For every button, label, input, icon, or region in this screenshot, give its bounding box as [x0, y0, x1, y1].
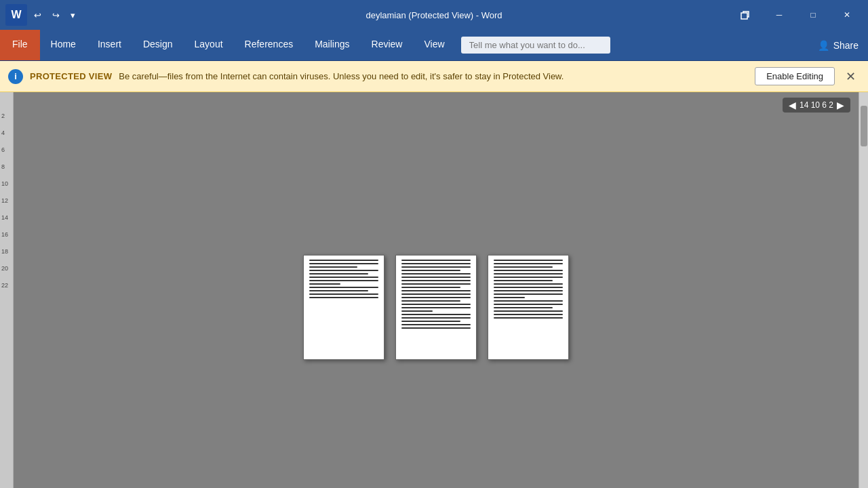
page-line [309, 297, 378, 298]
page-thumbnail-3[interactable] [488, 255, 569, 360]
title-bar: W ↩ ↪ ▾ deylamian (Protected View) - Wor… [0, 0, 868, 30]
page-line [494, 260, 563, 261]
page-1-content [304, 256, 384, 338]
close-protected-bar-button[interactable]: ✕ [842, 68, 860, 85]
page-line [401, 293, 471, 295]
zoom-values: 14 10 6 2 [800, 100, 833, 110]
page-line [494, 300, 563, 302]
zoom-controls: ◀ 14 10 6 2 ▶ [783, 98, 850, 113]
enable-editing-button[interactable]: Enable Editing [755, 67, 835, 85]
page-thumbnail-1[interactable] [303, 255, 384, 360]
page-line [494, 263, 563, 264]
page-line [401, 307, 471, 308]
page-line [309, 287, 378, 288]
page-line [494, 317, 563, 319]
pages-container [303, 255, 569, 360]
zoom-next-button[interactable]: ▶ [835, 100, 846, 110]
close-button[interactable]: ✕ [831, 4, 863, 26]
page-line [401, 321, 460, 322]
protected-view-bar: i PROTECTED VIEW Be careful—files from t… [0, 61, 868, 92]
tab-insert[interactable]: Insert [87, 30, 132, 60]
tab-view[interactable]: View [413, 30, 455, 60]
page-line [494, 310, 563, 312]
page-line [494, 304, 563, 305]
page-line [309, 266, 357, 268]
document-area: 2 4 6 8 10 12 14 16 18 20 22 ◀ 14 10 6 2… [0, 92, 868, 488]
scroll-thumb[interactable] [861, 106, 867, 146]
page-line [401, 266, 471, 268]
minimize-button[interactable]: ─ [764, 4, 795, 26]
content-area: ◀ 14 10 6 2 ▶ [14, 92, 859, 488]
page-line [309, 270, 378, 271]
page-line [309, 290, 368, 291]
page-line [401, 297, 471, 298]
customize-qat-button[interactable]: ▾ [66, 7, 79, 23]
ruler-num-14: 14 [1, 214, 8, 221]
page-line [494, 314, 563, 315]
ruler-num-18: 18 [1, 248, 8, 255]
vertical-scrollbar[interactable] [859, 92, 868, 488]
page-line [494, 290, 563, 291]
ruler-num-22: 22 [1, 282, 8, 289]
page-line [309, 260, 378, 261]
page-line [401, 324, 471, 325]
tab-layout[interactable]: Layout [184, 30, 234, 60]
page-line [494, 293, 563, 295]
word-logo: W [5, 4, 27, 26]
window-title: deylamian (Protected View) - Word [366, 10, 502, 20]
tab-design[interactable]: Design [132, 30, 184, 60]
left-ruler: 2 4 6 8 10 12 14 16 18 20 22 [0, 92, 14, 488]
restore-button[interactable] [730, 4, 761, 26]
ribbon: File Home Insert Design Layout Reference… [0, 30, 868, 61]
page-line [494, 273, 563, 274]
page-line [401, 270, 460, 271]
svg-rect-0 [741, 13, 747, 19]
ruler-num-10: 10 [1, 180, 8, 187]
page-line [494, 287, 563, 288]
ruler-num-16: 16 [1, 231, 8, 238]
ruler-num-4: 4 [1, 129, 5, 136]
page-line [401, 280, 471, 281]
page-3-content [488, 256, 568, 325]
protected-view-badge: PROTECTED VIEW [30, 71, 112, 81]
tab-home[interactable]: Home [40, 30, 87, 60]
ruler-num-20: 20 [1, 265, 8, 272]
page-line [309, 273, 368, 274]
page-line [494, 307, 553, 308]
page-line [401, 304, 471, 305]
undo-button[interactable]: ↩ [30, 7, 45, 23]
redo-button[interactable]: ↪ [48, 7, 64, 23]
page-line [401, 273, 471, 274]
page-line [494, 266, 553, 268]
tab-references[interactable]: References [234, 30, 304, 60]
share-label: Share [833, 40, 859, 51]
window-controls: ─ □ ✕ [730, 4, 863, 26]
quick-access-toolbar: W ↩ ↪ ▾ [5, 4, 79, 26]
page-line [309, 283, 340, 285]
page-line [494, 280, 553, 281]
page-line [494, 277, 563, 278]
page-line [494, 297, 525, 298]
tab-review[interactable]: Review [361, 30, 414, 60]
page-line [401, 327, 471, 329]
page-empty [309, 300, 378, 334]
share-button[interactable]: 👤 Share [808, 30, 868, 60]
page-line [494, 283, 563, 285]
search-input[interactable] [461, 37, 610, 54]
ruler-num-12: 12 [1, 197, 8, 204]
tab-file[interactable]: File [0, 30, 40, 60]
zoom-prev-button[interactable]: ◀ [787, 100, 798, 110]
page-line [401, 260, 471, 261]
ruler-num-8: 8 [1, 163, 5, 170]
page-thumbnail-2[interactable] [395, 255, 477, 360]
page-line [401, 317, 471, 319]
page-line [401, 277, 471, 278]
maximize-button[interactable]: □ [797, 4, 829, 26]
page-line [401, 300, 460, 302]
protected-view-message: Be careful—files from the Internet can c… [119, 71, 748, 81]
page-line [309, 280, 378, 281]
page-line [401, 283, 471, 285]
tab-mailings[interactable]: Mailings [304, 30, 360, 60]
page-line [401, 314, 471, 315]
ribbon-search-area [456, 30, 808, 60]
